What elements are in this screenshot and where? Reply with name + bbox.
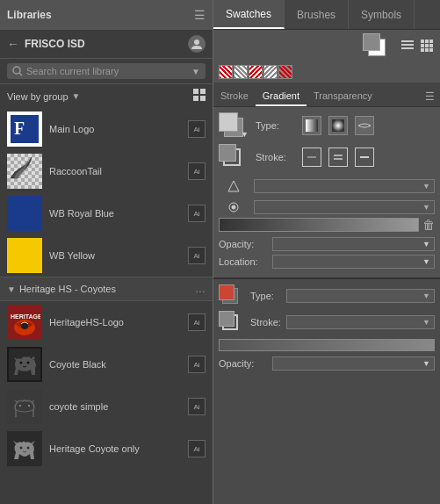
section-header[interactable]: ▼ Heritage HS - Coyotes …	[0, 277, 213, 301]
gradient-swatch-preview[interactable]: ▼	[219, 112, 249, 139]
list-item[interactable]: HERITAGE HeritageHS-Logo Ai	[0, 301, 213, 343]
lower-type-dropdown[interactable]: ▼	[286, 289, 435, 303]
list-item[interactable]: RaccoonTail Ai	[0, 150, 213, 192]
list-item[interactable]: WB Royal Blue Ai	[0, 192, 213, 234]
swatch-cell[interactable]	[219, 65, 233, 79]
svg-rect-4	[200, 89, 206, 94]
item-thumbnail: HERITAGE	[7, 305, 42, 340]
stroke-btn-3[interactable]	[355, 148, 374, 167]
item-label: Main Logo	[49, 124, 181, 134]
list-item[interactable]: F Main Logo Ai	[0, 108, 213, 150]
svg-point-18	[28, 405, 30, 407]
search-input[interactable]	[26, 66, 188, 76]
tab-transparency[interactable]: Transparency	[307, 87, 379, 106]
lower-stroke-preview[interactable]	[219, 311, 245, 334]
svg-rect-6	[200, 96, 206, 101]
search-wrap[interactable]: ▼	[7, 63, 206, 79]
grid-view-icon[interactable]	[193, 89, 206, 104]
svg-text:HERITAGE: HERITAGE	[11, 313, 40, 320]
item-thumbnail	[7, 196, 42, 231]
list-view-icon[interactable]	[400, 38, 415, 56]
svg-rect-30	[429, 44, 433, 47]
item-thumbnail	[7, 154, 42, 189]
dropdown-arrow-icon[interactable]: ▼	[191, 67, 200, 76]
lower-stroke-label: Stroke:	[250, 317, 281, 328]
lower-tabs: Stroke Gradient Transparency ☰	[213, 83, 440, 107]
lower-type-label: Type:	[250, 291, 281, 301]
svg-point-1	[13, 67, 20, 74]
type-row: ▼ Type:	[219, 112, 435, 139]
location-dropdown[interactable]: ▼	[272, 255, 435, 269]
tab-stroke[interactable]: Stroke	[213, 87, 256, 106]
gradient-type-linear[interactable]	[302, 116, 321, 135]
lower-opacity-row: Opacity: ▼	[219, 356, 435, 371]
swatch-cell[interactable]	[249, 65, 263, 79]
svg-rect-33	[429, 48, 433, 52]
swatch-color-preview[interactable]	[363, 33, 393, 60]
ai-badge: Ai	[188, 162, 206, 180]
gradient-bar-wrap: 🗑	[219, 218, 435, 232]
svg-rect-26	[425, 40, 429, 43]
swatch-cell[interactable]	[278, 65, 292, 79]
lower-swatch-preview[interactable]	[219, 284, 245, 307]
svg-rect-23	[401, 44, 414, 46]
lower-opacity-dropdown[interactable]: ▼	[272, 356, 435, 371]
panel-header: Libraries ☰	[0, 0, 213, 30]
item-label: WB Royal Blue	[49, 208, 181, 219]
opacity-dropdown[interactable]: ▼	[272, 237, 435, 251]
ai-badge: Ai	[188, 356, 206, 373]
view-by-group[interactable]: View by group ▼	[7, 91, 80, 102]
gradient-area: ▼ Type:	[213, 107, 440, 277]
stroke-btn-1[interactable]	[302, 148, 321, 167]
swatch-cell[interactable]	[263, 65, 278, 79]
panel-tabs: Swatches Brushes Symbols	[213, 0, 440, 30]
lower-gradient-bar[interactable]	[219, 339, 435, 351]
panel-title: Libraries	[7, 9, 52, 21]
panel-menu-icon[interactable]: ☰	[194, 8, 206, 22]
tab-gradient[interactable]: Gradient	[256, 87, 307, 106]
swatch-cell[interactable]	[234, 65, 248, 79]
item-label: coyote simple	[49, 401, 181, 412]
svg-line-2	[19, 73, 22, 76]
tab-symbols[interactable]: Symbols	[349, 0, 415, 29]
location-dropdown-arrow-icon: ▼	[422, 257, 430, 266]
gradient-type-radial[interactable]	[328, 116, 348, 135]
type-field-label: Type:	[256, 120, 295, 131]
tab-brushes[interactable]: Brushes	[285, 0, 349, 29]
angle-dropdown[interactable]: ▼	[254, 179, 435, 193]
svg-point-21	[27, 447, 30, 450]
back-button[interactable]: ←	[7, 37, 19, 51]
library-name: FRISCO ISD	[25, 38, 183, 50]
svg-point-42	[232, 205, 235, 209]
lower-stroke-dropdown[interactable]: ▼	[286, 315, 435, 329]
stroke-btn-2[interactable]	[328, 148, 348, 167]
angle-icon[interactable]	[219, 177, 249, 195]
point-dropdown[interactable]: ▼	[254, 200, 435, 214]
svg-point-17	[19, 405, 21, 407]
gradient-bar[interactable]	[219, 218, 419, 232]
lower-tab-menu-icon[interactable]: ☰	[420, 87, 440, 106]
list-item[interactable]: Coyote Black Ai	[0, 343, 213, 385]
tab-swatches[interactable]: Swatches	[213, 0, 285, 29]
section-menu-icon[interactable]: …	[195, 283, 206, 295]
point-icon[interactable]	[219, 198, 249, 216]
gradient-type-mesh[interactable]	[355, 116, 374, 135]
svg-rect-28	[421, 44, 424, 47]
point-row: ▼	[219, 197, 435, 218]
angle-row: ▼	[219, 176, 435, 197]
svg-point-20	[20, 447, 23, 450]
user-icon[interactable]	[188, 35, 206, 53]
grid-swatch-view-icon[interactable]	[419, 38, 435, 56]
lower-gradient-panel: Type: ▼ Stroke: ▼ Opacity:	[213, 277, 440, 504]
search-icon	[12, 66, 23, 76]
delete-gradient-icon[interactable]: 🗑	[422, 218, 435, 232]
lower-gradient-bar-wrap	[219, 337, 435, 353]
list-item[interactable]: WB Yellow Ai	[0, 234, 213, 277]
section-title: ▼ Heritage HS - Coyotes	[7, 284, 116, 294]
item-label: WB Yellow	[49, 250, 181, 261]
stroke-swatch-preview[interactable]	[219, 144, 249, 170]
list-item[interactable]: coyote simple Ai	[0, 385, 213, 428]
item-label: Coyote Black	[49, 359, 181, 370]
list-item[interactable]: Heritage Coyote only Ai	[0, 428, 213, 470]
library-items: F Main Logo Ai RaccoonTail Ai WB Royal B…	[0, 108, 213, 504]
